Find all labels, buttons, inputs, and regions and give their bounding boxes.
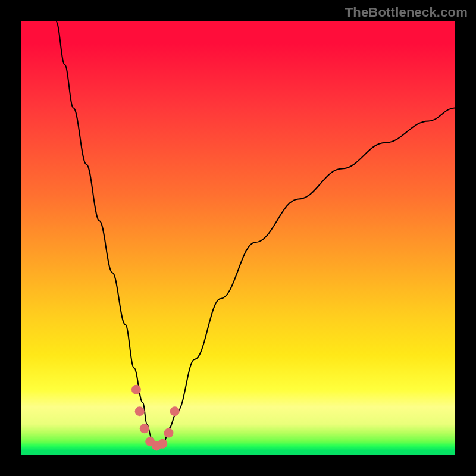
chart-frame: TheBottleneck.com — [0, 0, 476, 476]
curve-marker — [158, 439, 167, 449]
bottleneck-curve — [56, 21, 455, 446]
curve-marker — [170, 406, 180, 416]
curve-marker — [135, 406, 145, 416]
curve-marker — [164, 428, 174, 438]
plot-area — [21, 21, 455, 455]
attribution-text: TheBottleneck.com — [345, 5, 468, 20]
chart-overlay — [21, 21, 455, 455]
curve-marker — [131, 385, 141, 394]
curve-marker — [140, 424, 149, 433]
curve-valley-markers — [131, 385, 180, 451]
